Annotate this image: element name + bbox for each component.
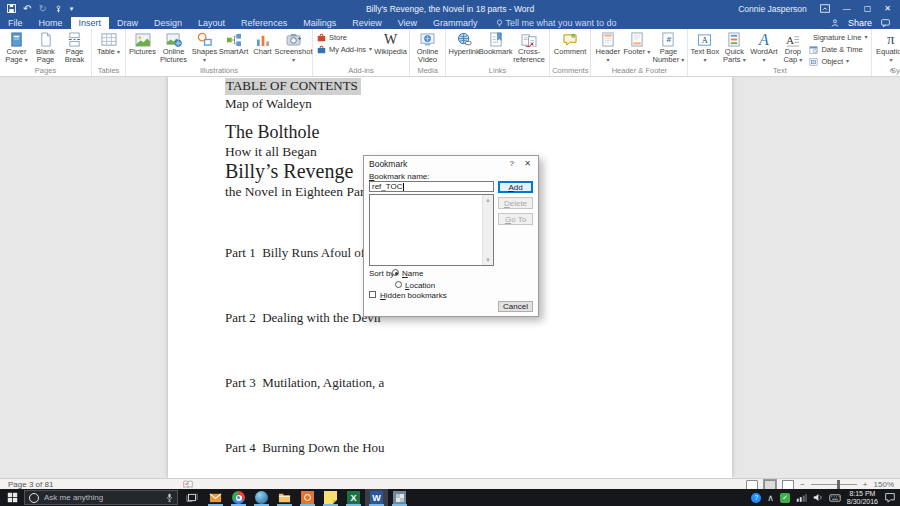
microphone-icon[interactable] [166, 493, 173, 502]
task-view-button[interactable] [186, 489, 198, 506]
share-button[interactable]: Share [848, 18, 872, 28]
text-box-button[interactable]: A Text Box ▾ [690, 29, 719, 66]
taskbar-mail-app[interactable] [204, 489, 227, 506]
bookmark-list[interactable]: ▲ ▼ [369, 194, 494, 266]
save-icon[interactable] [7, 4, 16, 13]
show-hidden-icons-chevron[interactable]: ∧ [767, 493, 774, 503]
antivirus-tray-icon[interactable]: ✓ [780, 493, 790, 503]
touch-mode-icon[interactable] [54, 4, 63, 14]
tab-view[interactable]: View [390, 17, 425, 29]
hidden-bookmarks-checkbox[interactable] [369, 291, 376, 298]
store-button[interactable]: Store [317, 33, 372, 42]
equation-button[interactable]: π Equation ▾ [874, 29, 900, 66]
cancel-button[interactable]: Cancel [498, 301, 533, 312]
online-pictures-button[interactable]: Online Pictures [157, 29, 190, 66]
collapse-ribbon-icon[interactable]: ˄ [889, 66, 894, 75]
bookmark-button[interactable]: Bookmark [480, 29, 511, 66]
zoom-slider[interactable] [811, 484, 857, 485]
smartart-button[interactable]: SmartArt [219, 29, 248, 66]
wikipedia-button[interactable]: W Wikipedia [374, 29, 407, 66]
taskbar-media-app[interactable] [296, 489, 319, 506]
start-button[interactable] [0, 492, 24, 503]
tab-layout[interactable]: Layout [190, 17, 233, 29]
redo-icon[interactable]: ↻ [38, 4, 46, 14]
page-break-button[interactable]: Page Break [60, 29, 89, 66]
tab-home[interactable]: Home [31, 17, 71, 29]
chart-button[interactable]: Chart [248, 29, 277, 66]
wordart-button[interactable]: A WordArt ▾ [749, 29, 778, 66]
zoom-level[interactable]: 150% [874, 480, 894, 489]
print-layout-view-icon[interactable] [764, 480, 776, 490]
my-add-ins-button[interactable]: My Add-ins ▾ [317, 45, 372, 54]
go-to-button[interactable]: Go To [498, 213, 533, 225]
tab-insert[interactable]: Insert [71, 17, 110, 29]
scroll-down-icon[interactable]: ▼ [483, 256, 493, 264]
online-video-button[interactable]: Online Video [412, 29, 443, 66]
taskbar-chrome-app[interactable] [227, 489, 250, 506]
table-button[interactable]: Table ▾ [94, 29, 123, 66]
quick-parts-button[interactable]: Quick Parts ▾ [719, 29, 749, 66]
read-mode-view-icon[interactable] [746, 480, 758, 490]
zoom-slider-thumb[interactable] [837, 480, 840, 489]
signed-in-user[interactable]: Connie Jasperson [738, 4, 807, 14]
cross-reference-button[interactable]: Cross-reference [511, 29, 547, 66]
taskbar-app-9[interactable] [388, 489, 411, 506]
tell-me-box[interactable]: Tell me what you want to do [496, 17, 617, 29]
sort-location-radio[interactable] [395, 281, 402, 288]
taskbar-word-app[interactable]: W [365, 489, 388, 506]
taskbar-sticky-notes[interactable] [319, 489, 342, 506]
store-icon [317, 33, 326, 42]
tab-review[interactable]: Review [344, 17, 390, 29]
web-layout-view-icon[interactable] [782, 480, 794, 490]
tab-design[interactable]: Design [146, 17, 190, 29]
dialog-close-icon[interactable]: ✕ [524, 159, 531, 168]
screenshot-button[interactable]: Screenshot ▾ [277, 29, 310, 66]
page-indicator[interactable]: Page 3 of 81 [8, 480, 53, 489]
pictures-button[interactable]: Pictures [128, 29, 157, 66]
cortana-search-box[interactable]: Ask me anything [24, 490, 178, 505]
qat-customize-icon[interactable]: ▾ [70, 4, 74, 14]
hyperlink-button[interactable]: Hyperlink [448, 29, 480, 66]
cover-page-button[interactable]: Cover Page ▾ [2, 29, 31, 66]
comment-button[interactable]: Comment [552, 29, 588, 66]
network-icon[interactable] [796, 493, 807, 502]
delete-button[interactable]: Delete [498, 197, 533, 209]
close-button[interactable]: ✕ [884, 0, 891, 17]
zoom-out-icon[interactable]: − [800, 480, 805, 489]
tab-references[interactable]: References [233, 17, 295, 29]
dialog-help-icon[interactable]: ? [510, 159, 514, 168]
bookmark-name-input[interactable]: ref_TOC [369, 181, 494, 192]
volume-icon[interactable] [813, 493, 823, 502]
ribbon-display-options-icon[interactable] [820, 4, 830, 13]
footer-button[interactable]: Footer ▾ [622, 29, 651, 66]
touch-keyboard-icon[interactable] [829, 494, 841, 502]
zoom-in-icon[interactable]: + [863, 480, 868, 489]
signature-line-button[interactable]: Signature Line ▾ [809, 33, 867, 42]
object-button[interactable]: Object ▾ [809, 57, 867, 66]
tab-grammarly[interactable]: Grammarly [425, 17, 486, 29]
header-button[interactable]: Header ▾ [593, 29, 622, 66]
blank-page-button[interactable]: Blank Page [31, 29, 60, 66]
action-center-icon[interactable] [884, 492, 896, 503]
taskbar-file-explorer[interactable] [273, 489, 296, 506]
maximize-button[interactable]: ▢ [864, 0, 872, 17]
shapes-button[interactable]: Shapes ▾ [190, 29, 219, 66]
minimize-button[interactable]: — [843, 0, 851, 17]
undo-icon[interactable]: ↶ [23, 4, 31, 14]
comments-pane-icon[interactable] [881, 19, 890, 27]
taskbar-excel-app[interactable]: X [342, 489, 365, 506]
tab-file[interactable]: File [0, 17, 31, 29]
sort-name-radio[interactable] [392, 269, 399, 276]
tab-draw[interactable]: Draw [109, 17, 146, 29]
drop-cap-button[interactable]: A Drop Cap ▾ [778, 29, 807, 66]
tab-mailings[interactable]: Mailings [295, 17, 344, 29]
scroll-up-icon[interactable]: ▲ [483, 196, 493, 204]
page-number-button[interactable]: # Page Number ▾ [651, 29, 685, 66]
taskbar-clock[interactable]: 8:15 PM 8/30/2016 [847, 490, 878, 506]
date-time-button[interactable]: Date & Time [809, 45, 867, 54]
dialog-title[interactable]: Bookmark [369, 159, 407, 169]
taskbar-globe-app[interactable] [250, 489, 273, 506]
add-button[interactable]: Add [498, 181, 533, 193]
help-tray-icon[interactable]: ? [751, 493, 761, 503]
list-scrollbar[interactable]: ▲ ▼ [482, 195, 493, 265]
